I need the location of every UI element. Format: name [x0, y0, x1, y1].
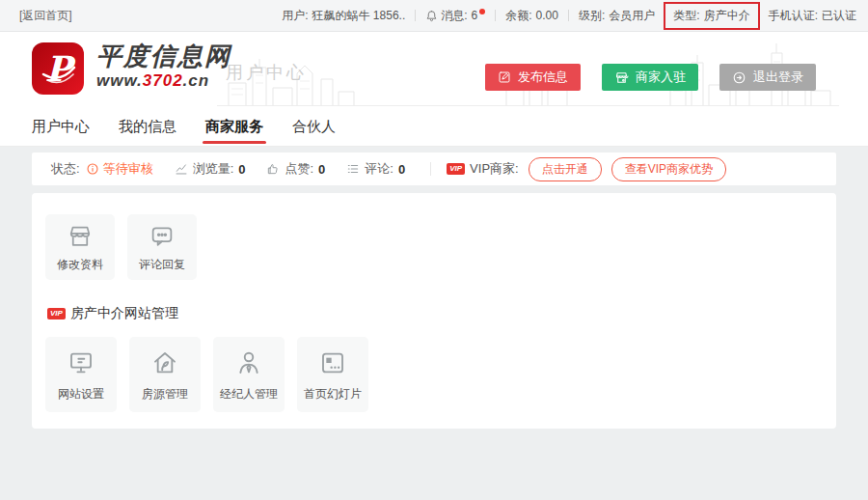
- unread-dot: [479, 9, 485, 14]
- thumbs-up-icon: [266, 162, 280, 176]
- site-logo-icon[interactable]: P: [31, 42, 85, 99]
- manage-tiles-row: 网站设置 房源管理 经纪人管理 首页幻灯片: [45, 337, 823, 412]
- publish-info-button[interactable]: 发布信息: [485, 64, 581, 91]
- messages-count: 6: [472, 9, 478, 22]
- topbar-balance: 余额: 0.00: [505, 8, 558, 24]
- merchant-join-label: 商家入驻: [636, 69, 686, 86]
- homepage-slideshow-tile[interactable]: 首页幻灯片: [297, 337, 368, 412]
- website-settings-tile[interactable]: 网站设置: [45, 337, 117, 412]
- messages-label: 消息:: [441, 8, 467, 24]
- status-likes: 点赞: 0: [266, 160, 325, 178]
- info-circle-icon: [86, 162, 103, 176]
- publish-info-label: 发布信息: [518, 69, 568, 86]
- homepage-slideshow-label: 首页幻灯片: [304, 386, 362, 403]
- tab-user-center[interactable]: 用户中心: [32, 106, 90, 146]
- logout-arrow-icon: [732, 70, 746, 85]
- topbar-user: 用户: 狂飙的蜗牛 1856..: [282, 8, 405, 24]
- vip-badge-icon: VIP: [47, 308, 66, 319]
- vip-badge-icon: VIP: [447, 163, 465, 175]
- tab-merchant-services[interactable]: 商家服务: [205, 106, 263, 146]
- comments-value: 0: [398, 162, 405, 177]
- agent-management-label: 经纪人管理: [220, 386, 278, 403]
- user-center-watermark: 用户中心: [226, 61, 307, 84]
- topbar-phone-auth: 手机认证: 已认证: [769, 8, 856, 24]
- type-value: 房产中介: [704, 8, 750, 24]
- storefront-icon: [614, 70, 629, 85]
- listing-management-tile[interactable]: 房源管理: [129, 337, 201, 412]
- comments-label: 评论:: [365, 160, 393, 178]
- site-url: www.3702.cn: [96, 71, 231, 91]
- vip-merchant-group: VIP VIP商家: 点击开通 查看VIP商家优势: [447, 157, 726, 181]
- state-pending: 等待审核: [86, 160, 153, 178]
- header-actions: 发布信息 商家入驻 退出登录: [485, 64, 816, 91]
- section-title: 房产中介网站管理: [70, 305, 178, 322]
- vip-open-button[interactable]: 点击开通: [529, 157, 602, 181]
- status-views: 浏览量: 0: [175, 160, 246, 178]
- storefront-icon: [66, 222, 95, 251]
- level-value: 会员用户: [609, 8, 655, 24]
- list-icon: [346, 162, 360, 176]
- site-logo-text[interactable]: 平度信息网 www.3702.cn: [96, 42, 231, 91]
- listing-management-label: 房源管理: [142, 386, 188, 403]
- topbar-messages[interactable]: 消息: 6: [425, 8, 485, 24]
- merchant-join-button[interactable]: 商家入驻: [602, 64, 698, 91]
- views-label: 浏览量:: [193, 160, 234, 178]
- tab-partner[interactable]: 合伙人: [292, 106, 336, 146]
- trend-chart-icon: [175, 162, 188, 176]
- status-comments: 评论: 0: [346, 160, 405, 178]
- user-label: 用户:: [282, 8, 308, 24]
- logout-button[interactable]: 退出登录: [719, 64, 816, 91]
- topbar-account-info: 用户: 狂飙的蜗牛 1856.. 消息: 6 余额: 0.00 级别: 会员用户…: [282, 2, 856, 30]
- level-label: 级别:: [579, 8, 605, 24]
- quick-tiles-row: 修改资料 评论回复: [45, 214, 823, 280]
- url-suffix: .cn: [183, 71, 210, 90]
- monitor-icon: [66, 347, 96, 378]
- phone-auth-label: 手机认证:: [769, 8, 818, 24]
- state-label: 状态:: [51, 160, 80, 178]
- state-value: 等待审核: [103, 160, 153, 178]
- house-leaf-icon: [149, 347, 180, 378]
- topbar-level: 级别: 会员用户: [579, 8, 655, 24]
- views-value: 0: [238, 162, 245, 177]
- merchant-services-panel: 修改资料 评论回复 VIP 房产中介网站管理 网站设置 房源管理 经纪人管理 首…: [32, 193, 836, 429]
- comment-reply-tile[interactable]: 评论回复: [127, 214, 197, 280]
- type-label: 类型:: [673, 8, 699, 24]
- section-header: VIP 房产中介网站管理: [47, 305, 823, 322]
- edit-icon: [498, 70, 511, 84]
- topbar: [返回首页] 用户: 狂飙的蜗牛 1856.. 消息: 6 余额: 0.00 级…: [0, 0, 868, 32]
- likes-value: 0: [318, 162, 325, 177]
- account-type-annotation-box: 类型: 房产中介: [664, 2, 759, 30]
- comment-reply-label: 评论回复: [139, 257, 185, 273]
- vip-label: VIP商家:: [470, 160, 519, 178]
- divider: [495, 10, 496, 21]
- balance-value: 0.00: [536, 9, 558, 22]
- logout-label: 退出登录: [753, 69, 803, 86]
- agent-person-icon: [233, 347, 264, 378]
- main-nav: 用户中心 我的信息 商家服务 合伙人: [0, 106, 868, 147]
- likes-label: 点赞:: [285, 160, 313, 178]
- edit-profile-tile[interactable]: 修改资料: [45, 214, 115, 280]
- tab-my-info[interactable]: 我的信息: [119, 106, 176, 146]
- status-state: 状态: 等待审核: [51, 160, 153, 178]
- agent-management-tile[interactable]: 经纪人管理: [213, 337, 285, 412]
- url-number: 3702: [143, 71, 183, 90]
- phone-auth-value: 已认证: [822, 8, 856, 24]
- divider: [430, 162, 431, 176]
- site-name: 平度信息网: [96, 42, 231, 70]
- website-settings-label: 网站设置: [58, 386, 104, 403]
- back-home-link[interactable]: [返回首页]: [19, 8, 72, 24]
- site-header: P 平度信息网 www.3702.cn 用户中心 发布信息 商家入驻 退出登录: [0, 32, 868, 106]
- edit-profile-label: 修改资料: [57, 257, 103, 273]
- url-prefix: www.: [96, 71, 143, 90]
- vip-benefits-button[interactable]: 查看VIP商家优势: [611, 157, 726, 181]
- bell-icon: [425, 10, 438, 22]
- status-bar: 状态: 等待审核 浏览量: 0 点赞: 0 评论: 0 VIP VIP商家: 点…: [32, 153, 836, 185]
- divider: [568, 10, 569, 21]
- user-name: 狂飙的蜗牛 1856..: [312, 8, 406, 24]
- slideshow-icon: [317, 347, 348, 378]
- comment-dots-icon: [148, 222, 176, 251]
- user-center-page: { "topbar": { "back_link": "[返回首页]", "us…: [0, 0, 868, 500]
- divider: [415, 10, 416, 21]
- balance-label: 余额:: [505, 8, 531, 24]
